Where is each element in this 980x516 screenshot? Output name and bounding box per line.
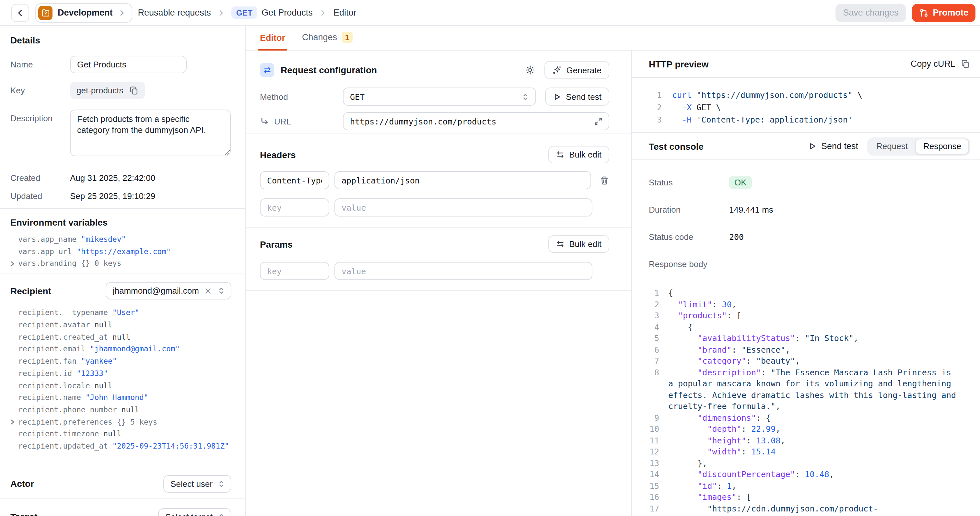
header-value-input[interactable] [334,171,591,189]
breadcrumb-request[interactable]: GET Get Products [232,6,313,19]
variable-value: "yankee" [81,357,117,366]
console-send-test-button[interactable]: Send test [808,141,858,151]
project-switcher[interactable]: Development [35,3,132,22]
app-window: Development Reusable requests GET Get Pr… [0,0,980,516]
line-number: 3 [649,113,662,126]
actor-select-label: Select user [170,479,213,489]
variable-row: recipient.locale null [10,382,231,390]
header-key-input[interactable] [260,171,329,189]
variable-key: recipient.timezone [18,430,99,438]
expand-chevron-icon[interactable] [9,419,16,425]
description-label: Description [10,110,70,123]
code-line: 9 "dimensions": { [644,412,980,423]
line-number: 9 [644,412,659,423]
param-key-input[interactable] [260,262,329,280]
delete-header-button[interactable] [600,175,609,185]
variable-value: "John Hammond" [86,393,148,402]
send-test-button[interactable]: Send test [545,88,609,106]
tab-editor-label: Editor [260,33,285,43]
toggle-response[interactable]: Response [915,139,969,154]
back-button[interactable] [11,3,29,22]
variable-row: vars.app_url "https://example.com" [10,247,231,256]
target-header-row: Target Select target [10,508,231,516]
variable-value: "12333" [76,369,108,378]
copy-curl-button[interactable]: Copy cURL [911,59,970,69]
recipient-variable-list: recipient.__typename "User"recipient.ava… [10,309,231,451]
line-number: 7 [644,355,659,366]
url-field [343,112,609,130]
header-key-input-empty[interactable] [260,198,329,217]
line-number: 16 [644,491,659,503]
tab-changes[interactable]: Changes 1 [302,32,353,50]
save-changes-button[interactable]: Save changes [835,3,906,22]
variable-row: recipient.name "John Hammond" [10,393,231,402]
actor-select[interactable]: Select user [163,475,231,493]
chevron-right-icon [319,9,327,16]
response-body-row: Response body [649,256,980,272]
duration-label: Duration [649,204,729,214]
params-header-row: Params Bulk edit [260,235,609,253]
variable-row: recipient.id "12333" [10,369,231,378]
duration-row: Duration 149.441 ms [649,202,980,217]
promote-button[interactable]: Promote [912,3,975,22]
updated-row: Updated Sep 25 2025, 19:10:29 [10,191,231,201]
created-value: Aug 31 2025, 22:42:00 [70,173,155,183]
code-line: 16 "images": [ [644,491,980,503]
clear-icon[interactable] [204,287,212,295]
expand-icon[interactable] [594,117,603,126]
status-row: Status OK [649,174,980,190]
folder-key-icon [38,5,52,20]
header-row-empty [260,198,609,217]
play-icon [553,92,561,101]
generate-button[interactable]: Generate [544,61,609,79]
header-value-input-empty[interactable] [334,198,592,217]
preview-panel: HTTP preview Copy cURL 1curl "https://du… [632,51,980,516]
breadcrumb-requests[interactable]: Reusable requests [138,8,211,18]
variable-key: recipient.id [18,369,72,378]
recipient-selected-value: jhammond@gmail.com [113,286,199,296]
variable-key: recipient.created_at [18,333,108,342]
variable-row: recipient.phone_number null [10,406,231,414]
name-field-row: Name [10,56,231,73]
variable-key: recipient.avatar [18,320,90,329]
variable-key: vars.branding [18,259,76,268]
code-line: 2 "limit": 30, [644,298,980,310]
method-select[interactable]: GET [343,88,536,106]
line-number: 1 [644,287,659,298]
recipient-heading: Recipient [10,286,51,296]
git-pull-request-icon [919,8,928,17]
target-select[interactable]: Select target [158,508,231,516]
line-number: 6 [644,344,659,355]
details-section: Details Name Key get-products Descriptio… [0,26,245,209]
params-bulk-edit-button[interactable]: Bulk edit [548,235,609,253]
variable-value: "mikesdev" [81,235,126,244]
key-label: Key [10,86,70,95]
name-input[interactable] [70,56,187,73]
variable-value: {} 0 keys [81,259,121,268]
line-number: 5 [644,333,659,344]
line-number: 2 [644,298,659,310]
code-line: 8 "description": "The Essence Mascara La… [644,366,980,412]
headers-bulk-edit-button[interactable]: Bulk edit [548,146,609,163]
expand-chevron-icon[interactable] [9,261,16,267]
top-bar: Development Reusable requests GET Get Pr… [0,0,980,26]
param-value-input[interactable] [334,262,592,280]
tab-editor[interactable]: Editor [260,33,285,50]
variable-key: recipient.email [18,344,86,354]
gear-icon[interactable] [525,65,535,75]
url-input[interactable] [350,116,589,126]
headers-section: Headers Bulk edit [246,146,631,228]
toggle-request[interactable]: Request [869,139,915,154]
recipient-section: Recipient jhammond@gmail.com recipient._… [0,274,245,469]
copy-icon[interactable] [129,86,139,95]
key-field-row: Key get-products [10,82,231,99]
variable-row: vars.branding {} 0 keys [10,260,231,268]
description-textarea[interactable]: Fetch products from a specific category … [70,110,231,156]
recipient-select[interactable]: jhammond@gmail.com [106,282,231,300]
line-number: 13 [644,457,659,469]
variable-row: recipient.created_at null [10,333,231,342]
variable-row: recipient.fan "yankee" [10,357,231,366]
http-preview-header: HTTP preview Copy cURL [632,51,980,78]
variable-row: recipient.preferences {} 5 keys [10,418,231,426]
variable-row: recipient.email "jhammond@gmail.com" [10,345,231,354]
